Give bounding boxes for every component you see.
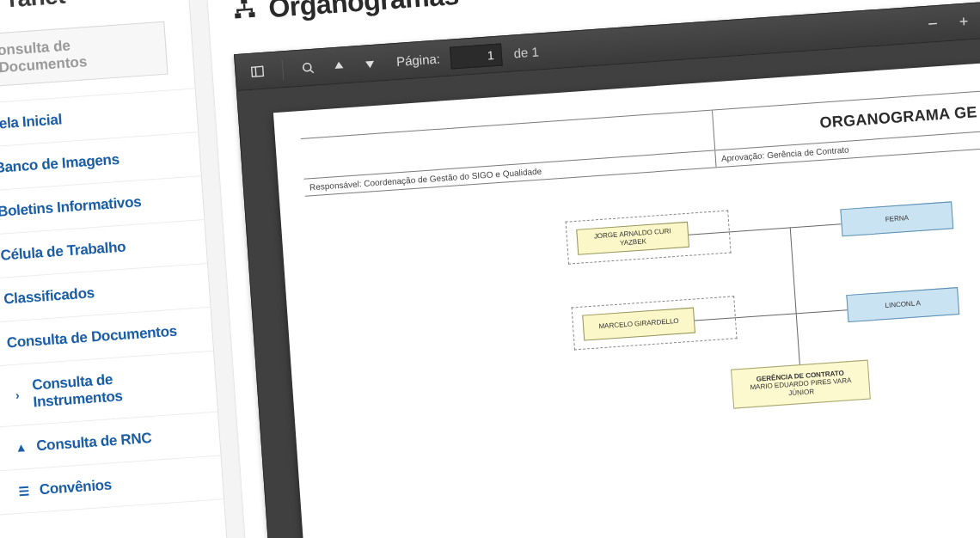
pdf-viewer: Página: de 1 − + Zoom automátic ORGANOGR…	[234, 0, 980, 538]
misc-icon: ☰	[16, 484, 31, 498]
next-page-button[interactable]	[356, 50, 383, 77]
org-box-gerencia: GERÊNCIA DE CONTRATO MARIO EDUARDO PIRES…	[731, 360, 871, 409]
org-connector	[790, 227, 800, 364]
sidebar-item-label: Classificados	[3, 278, 189, 309]
sidebar-item-label: Banco de Imagens	[0, 147, 180, 177]
svg-rect-7	[252, 66, 264, 76]
chevron-right-icon: ›	[10, 388, 25, 402]
sidebar-item-label: Consulta de Documentos	[6, 321, 192, 352]
svg-point-9	[303, 63, 311, 71]
org-box-ferna: FERNA	[840, 201, 953, 236]
pdf-page: ORGANOGRAMA GE Responsável: Coordenação …	[273, 57, 980, 538]
search-button[interactable]	[294, 54, 322, 82]
svg-rect-1	[235, 13, 241, 18]
org-box-lincoln: LINCONL A	[846, 287, 959, 322]
page-total-label: de 1	[513, 44, 539, 60]
svg-rect-0	[241, 0, 247, 3]
sidebar-item-label: Célula de Trabalho	[0, 235, 186, 265]
zoom-out-button[interactable]: −	[919, 10, 946, 38]
sidebar-item-label: Boletins Informativos	[0, 191, 182, 221]
svg-line-10	[310, 70, 314, 73]
page-label: Página:	[396, 51, 441, 69]
sidebar-item-label: Consulta de Instrumentos	[32, 365, 196, 411]
svg-rect-5	[236, 9, 239, 13]
sidebar-item-label: Consulta de RNC	[36, 426, 199, 455]
prev-page-button[interactable]	[325, 52, 352, 79]
toolbar-separator	[282, 59, 285, 80]
main-panel: Organogramas Página: de 1	[205, 0, 980, 538]
org-chart-icon	[231, 0, 257, 25]
svg-rect-6	[250, 8, 253, 12]
pdf-viewport[interactable]: ORGANOGRAMA GE Responsável: Coordenação …	[237, 30, 980, 538]
warning-icon: ▲	[14, 440, 28, 455]
sidebar-item-label: Tela Inicial	[0, 103, 176, 133]
svg-rect-3	[243, 3, 246, 9]
sidebar: ranet onsulta de Documentos Tela Inicial…	[0, 0, 241, 538]
toggle-sidebar-button[interactable]	[243, 58, 271, 85]
svg-line-8	[255, 66, 256, 76]
svg-rect-2	[248, 12, 254, 17]
sidebar-item-label: Convênios	[39, 470, 202, 498]
sidebar-search-box[interactable]: onsulta de Documentos	[0, 21, 168, 87]
page-title: Organogramas	[267, 0, 460, 24]
zoom-in-button[interactable]: +	[950, 8, 977, 35]
page-number-input[interactable]	[450, 43, 503, 69]
